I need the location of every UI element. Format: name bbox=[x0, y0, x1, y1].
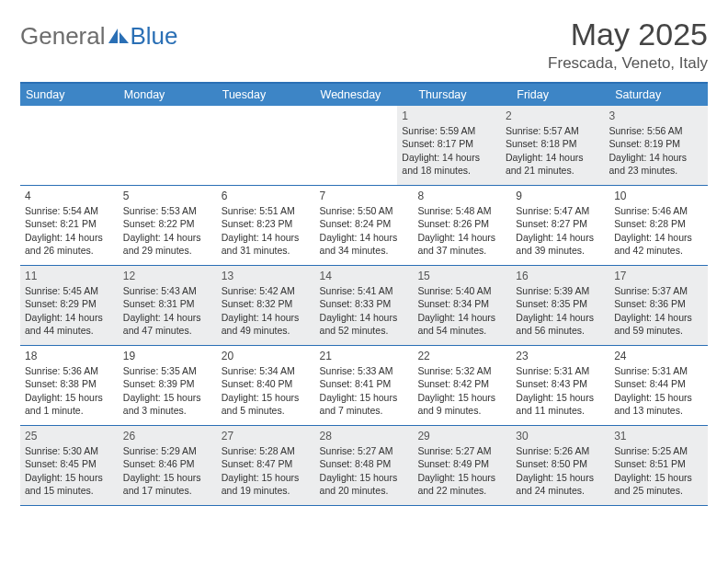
daylight-text: Daylight: 14 hours and 31 minutes. bbox=[222, 231, 311, 257]
day-cell: 15Sunrise: 5:40 AMSunset: 8:34 PMDayligh… bbox=[413, 266, 511, 345]
sunset-text: Sunset: 8:45 PM bbox=[25, 457, 114, 470]
day-cell: 13Sunrise: 5:42 AMSunset: 8:32 PMDayligh… bbox=[217, 266, 315, 345]
sunset-text: Sunset: 8:23 PM bbox=[222, 217, 311, 230]
day-cell: 4Sunrise: 5:54 AMSunset: 8:21 PMDaylight… bbox=[20, 186, 119, 265]
day-cell: 9Sunrise: 5:47 AMSunset: 8:27 PMDaylight… bbox=[511, 186, 609, 265]
day-number: 14 bbox=[320, 269, 409, 283]
daylight-text: Daylight: 14 hours and 26 minutes. bbox=[25, 231, 114, 257]
daylight-text: Daylight: 14 hours and 34 minutes. bbox=[320, 231, 409, 257]
daylight-text: Daylight: 14 hours and 23 minutes. bbox=[609, 151, 703, 177]
day-number: 2 bbox=[506, 109, 600, 123]
daylight-text: Daylight: 15 hours and 11 minutes. bbox=[516, 391, 605, 417]
day-number: 11 bbox=[25, 269, 114, 283]
daylight-text: Daylight: 15 hours and 24 minutes. bbox=[516, 471, 605, 497]
day-cell: 5Sunrise: 5:53 AMSunset: 8:22 PMDaylight… bbox=[119, 186, 217, 265]
sunrise-text: Sunrise: 5:53 AM bbox=[123, 204, 212, 217]
day-number: 6 bbox=[222, 189, 311, 203]
day-cell: 24Sunrise: 5:31 AMSunset: 8:44 PMDayligh… bbox=[609, 346, 708, 425]
day-cell: 14Sunrise: 5:41 AMSunset: 8:33 PMDayligh… bbox=[315, 266, 414, 345]
sunset-text: Sunset: 8:29 PM bbox=[25, 297, 114, 310]
day-cell: 6Sunrise: 5:51 AMSunset: 8:23 PMDaylight… bbox=[217, 186, 315, 265]
daylight-text: Daylight: 15 hours and 7 minutes. bbox=[320, 391, 409, 417]
sunset-text: Sunset: 8:50 PM bbox=[516, 457, 605, 470]
sunset-text: Sunset: 8:42 PM bbox=[417, 377, 506, 390]
sunrise-text: Sunrise: 5:51 AM bbox=[222, 204, 311, 217]
sunrise-text: Sunrise: 5:29 AM bbox=[123, 444, 212, 457]
sunrise-text: Sunrise: 5:35 AM bbox=[123, 364, 212, 377]
weekday-header: Friday bbox=[511, 84, 609, 106]
day-cell: 18Sunrise: 5:36 AMSunset: 8:38 PMDayligh… bbox=[20, 346, 119, 425]
day-cell: 8Sunrise: 5:48 AMSunset: 8:26 PMDaylight… bbox=[413, 186, 511, 265]
svg-marker-1 bbox=[119, 32, 129, 43]
sunrise-text: Sunrise: 5:43 AM bbox=[123, 284, 212, 297]
sunrise-text: Sunrise: 5:27 AM bbox=[417, 444, 506, 457]
day-cell: 2Sunrise: 5:57 AMSunset: 8:18 PMDaylight… bbox=[501, 106, 605, 185]
calendar: SundayMondayTuesdayWednesdayThursdayFrid… bbox=[20, 82, 708, 506]
sunset-text: Sunset: 8:51 PM bbox=[614, 457, 703, 470]
day-cell: 1Sunrise: 5:59 AMSunset: 8:17 PMDaylight… bbox=[397, 106, 501, 185]
daylight-text: Daylight: 15 hours and 20 minutes. bbox=[320, 471, 409, 497]
sunset-text: Sunset: 8:31 PM bbox=[123, 297, 212, 310]
day-number: 27 bbox=[222, 429, 311, 443]
sunset-text: Sunset: 8:39 PM bbox=[123, 377, 212, 390]
weekday-header-row: SundayMondayTuesdayWednesdayThursdayFrid… bbox=[20, 84, 708, 106]
sunrise-text: Sunrise: 5:28 AM bbox=[222, 444, 311, 457]
week-row: 18Sunrise: 5:36 AMSunset: 8:38 PMDayligh… bbox=[20, 346, 708, 426]
daylight-text: Daylight: 14 hours and 42 minutes. bbox=[614, 231, 703, 257]
sunrise-text: Sunrise: 5:31 AM bbox=[614, 364, 703, 377]
sunset-text: Sunset: 8:32 PM bbox=[222, 297, 311, 310]
week-row: 1Sunrise: 5:59 AMSunset: 8:17 PMDaylight… bbox=[20, 106, 708, 186]
weeks-container: 1Sunrise: 5:59 AMSunset: 8:17 PMDaylight… bbox=[20, 106, 708, 506]
day-number: 20 bbox=[222, 349, 311, 363]
sunrise-text: Sunrise: 5:27 AM bbox=[320, 444, 409, 457]
sunrise-text: Sunrise: 5:36 AM bbox=[25, 364, 114, 377]
day-cell: 20Sunrise: 5:34 AMSunset: 8:40 PMDayligh… bbox=[217, 346, 315, 425]
daylight-text: Daylight: 14 hours and 29 minutes. bbox=[123, 231, 212, 257]
day-number: 19 bbox=[123, 349, 212, 363]
day-cell: 10Sunrise: 5:46 AMSunset: 8:28 PMDayligh… bbox=[609, 186, 708, 265]
day-number: 5 bbox=[123, 189, 212, 203]
sunrise-text: Sunrise: 5:25 AM bbox=[614, 444, 703, 457]
sunset-text: Sunset: 8:24 PM bbox=[320, 217, 409, 230]
day-cell: 26Sunrise: 5:29 AMSunset: 8:46 PMDayligh… bbox=[119, 426, 217, 505]
daylight-text: Daylight: 14 hours and 18 minutes. bbox=[402, 151, 496, 177]
sunrise-text: Sunrise: 5:39 AM bbox=[516, 284, 605, 297]
day-number: 30 bbox=[516, 429, 605, 443]
daylight-text: Daylight: 15 hours and 22 minutes. bbox=[417, 471, 506, 497]
svg-marker-0 bbox=[108, 29, 118, 43]
sunset-text: Sunset: 8:46 PM bbox=[123, 457, 212, 470]
empty-day-cell bbox=[20, 106, 115, 185]
sunrise-text: Sunrise: 5:45 AM bbox=[25, 284, 114, 297]
day-cell: 29Sunrise: 5:27 AMSunset: 8:49 PMDayligh… bbox=[413, 426, 511, 505]
day-number: 26 bbox=[123, 429, 212, 443]
daylight-text: Daylight: 15 hours and 1 minute. bbox=[25, 391, 114, 417]
day-cell: 28Sunrise: 5:27 AMSunset: 8:48 PMDayligh… bbox=[315, 426, 414, 505]
daylight-text: Daylight: 14 hours and 56 minutes. bbox=[516, 311, 605, 337]
weekday-header: Saturday bbox=[609, 84, 708, 106]
day-cell: 23Sunrise: 5:31 AMSunset: 8:43 PMDayligh… bbox=[511, 346, 609, 425]
daylight-text: Daylight: 15 hours and 3 minutes. bbox=[123, 391, 212, 417]
day-cell: 7Sunrise: 5:50 AMSunset: 8:24 PMDaylight… bbox=[315, 186, 414, 265]
sunrise-text: Sunrise: 5:56 AM bbox=[609, 124, 703, 137]
sunset-text: Sunset: 8:35 PM bbox=[516, 297, 605, 310]
brand-sail-icon bbox=[108, 27, 129, 49]
weekday-header: Thursday bbox=[413, 84, 511, 106]
day-number: 24 bbox=[614, 349, 703, 363]
sunrise-text: Sunrise: 5:54 AM bbox=[25, 204, 114, 217]
daylight-text: Daylight: 14 hours and 37 minutes. bbox=[417, 231, 506, 257]
sunrise-text: Sunrise: 5:32 AM bbox=[417, 364, 506, 377]
day-cell: 16Sunrise: 5:39 AMSunset: 8:35 PMDayligh… bbox=[511, 266, 609, 345]
sunset-text: Sunset: 8:34 PM bbox=[417, 297, 506, 310]
weekday-header: Wednesday bbox=[315, 84, 414, 106]
daylight-text: Daylight: 14 hours and 39 minutes. bbox=[516, 231, 605, 257]
sunrise-text: Sunrise: 5:33 AM bbox=[320, 364, 409, 377]
sunset-text: Sunset: 8:49 PM bbox=[417, 457, 506, 470]
sunset-text: Sunset: 8:19 PM bbox=[609, 137, 703, 150]
sunrise-text: Sunrise: 5:47 AM bbox=[516, 204, 605, 217]
empty-day-cell bbox=[209, 106, 303, 185]
sunrise-text: Sunrise: 5:31 AM bbox=[516, 364, 605, 377]
day-cell: 11Sunrise: 5:45 AMSunset: 8:29 PMDayligh… bbox=[20, 266, 119, 345]
day-number: 25 bbox=[25, 429, 114, 443]
daylight-text: Daylight: 14 hours and 21 minutes. bbox=[506, 151, 600, 177]
sunrise-text: Sunrise: 5:42 AM bbox=[222, 284, 311, 297]
